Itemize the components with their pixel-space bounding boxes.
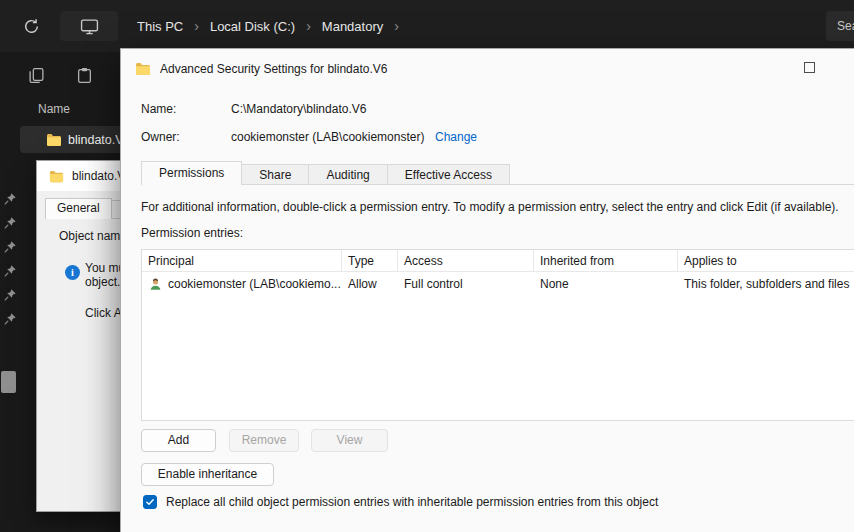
breadcrumb-this-pc[interactable]: This PC: [128, 13, 192, 40]
cell-type: Allow: [342, 277, 398, 291]
this-pc-monitor-icon: [80, 18, 99, 35]
cell-principal: cookiemonster (LAB\cookiemo...: [168, 277, 341, 291]
replace-permissions-row: Replace all child object permission entr…: [143, 495, 658, 509]
breadcrumb: This PC › Local Disk (C:) › Mandatory ›: [128, 0, 401, 52]
header-applies-to[interactable]: Applies to: [678, 250, 854, 271]
folder-icon: [46, 132, 62, 148]
replace-permissions-label: Replace all child object permission entr…: [166, 495, 658, 509]
pin-icon[interactable]: [4, 288, 17, 301]
enable-inheritance-button[interactable]: Enable inheritance: [141, 463, 274, 486]
search-input[interactable]: Sea: [826, 11, 854, 41]
view-button[interactable]: View: [311, 429, 388, 452]
tab-general[interactable]: General: [45, 198, 112, 219]
refresh-icon: [23, 18, 40, 35]
name-value: C:\Mandatory\blindato.V6: [231, 102, 366, 116]
location-button[interactable]: [60, 11, 118, 41]
breadcrumb-mandatory[interactable]: Mandatory: [313, 13, 392, 40]
chevron-right-icon: ›: [304, 18, 313, 34]
permission-entries-table: Principal Type Access Inherited from App…: [141, 249, 854, 421]
tab-effective-access[interactable]: Effective Access: [388, 164, 510, 185]
pin-icon[interactable]: [4, 240, 17, 253]
remove-button[interactable]: Remove: [229, 429, 299, 452]
tab-auditing[interactable]: Auditing: [309, 164, 387, 185]
owner-value: cookiemonster (LAB\cookiemonster): [231, 130, 424, 144]
folder-icon: [135, 61, 151, 77]
pin-icon[interactable]: [4, 312, 17, 325]
name-label: Name:: [141, 102, 176, 116]
header-inherited-from[interactable]: Inherited from: [534, 250, 678, 271]
cell-applies-to: This folder, subfolders and files: [678, 277, 854, 291]
replace-permissions-checkbox[interactable]: [143, 495, 157, 509]
info-text-line2: object.: [85, 275, 120, 289]
header-access[interactable]: Access: [398, 250, 534, 271]
tab-permissions[interactable]: Permissions: [141, 161, 242, 185]
paste-icon[interactable]: [76, 67, 93, 84]
pin-icon[interactable]: [4, 192, 17, 205]
tab-share[interactable]: Share: [242, 164, 309, 185]
name-column-header[interactable]: Name: [38, 102, 70, 116]
pin-icon[interactable]: [4, 264, 17, 277]
table-header-row: Principal Type Access Inherited from App…: [142, 250, 854, 272]
change-owner-link[interactable]: Change: [435, 130, 477, 144]
desktop-screen: This PC › Local Disk (C:) › Mandatory › …: [0, 0, 854, 532]
explorer-topbar: This PC › Local Disk (C:) › Mandatory › …: [0, 0, 854, 52]
advanced-security-dialog: Advanced Security Settings for blindato.…: [120, 48, 854, 532]
maximize-button[interactable]: [804, 62, 815, 73]
header-type[interactable]: Type: [342, 250, 398, 271]
permission-entries-label: Permission entries:: [141, 226, 243, 240]
header-principal[interactable]: Principal: [142, 250, 342, 271]
user-icon: [148, 277, 163, 292]
breadcrumb-local-disk-c[interactable]: Local Disk (C:): [201, 13, 304, 40]
table-row[interactable]: cookiemonster (LAB\cookiemo... Allow Ful…: [142, 272, 854, 296]
info-icon: i: [65, 265, 80, 280]
copy-icon[interactable]: [28, 67, 45, 84]
cell-access: Full control: [398, 277, 534, 291]
chevron-right-icon: ›: [192, 18, 201, 34]
cell-inherited-from: None: [534, 277, 678, 291]
refresh-button[interactable]: [20, 15, 42, 37]
instruction-text: For additional information, double-click…: [141, 200, 839, 214]
scrollbar-thumb[interactable]: [1, 371, 16, 393]
dialog-titlebar[interactable]: Advanced Security Settings for blindato.…: [121, 49, 854, 89]
pin-icon[interactable]: [4, 216, 17, 229]
add-button[interactable]: Add: [141, 429, 216, 452]
folder-icon: [49, 169, 64, 184]
dialog-tabs: Permissions Share Auditing Effective Acc…: [141, 161, 510, 185]
chevron-right-icon: ›: [392, 18, 401, 34]
dialog-title: Advanced Security Settings for blindato.…: [160, 62, 387, 76]
owner-label: Owner:: [141, 130, 180, 144]
